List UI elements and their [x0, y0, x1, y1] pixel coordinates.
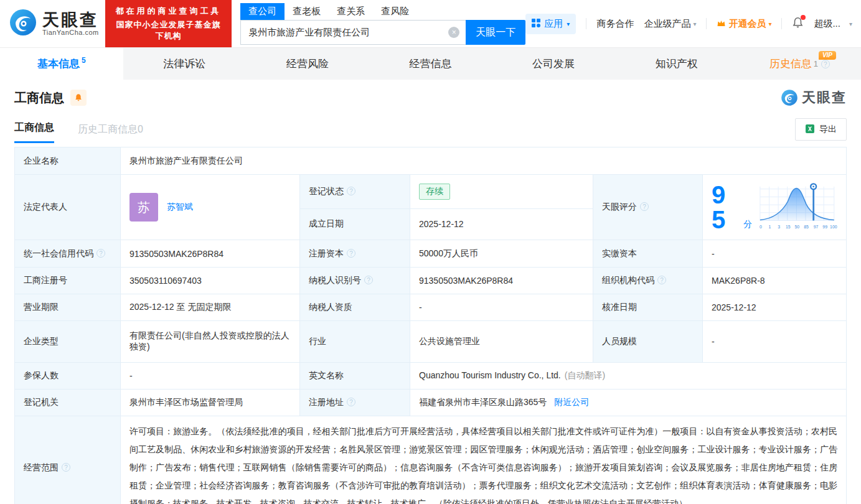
- table-row: 法定代表人 苏 苏智斌 登记状态? 存续 天眼评分?: [15, 175, 847, 209]
- registration-authority-label: 登记机关: [15, 390, 121, 416]
- establish-date-label: 成立日期: [300, 208, 410, 240]
- super-vip-label: 超级...: [814, 18, 840, 30]
- taxpayer-quality-label: 纳税人资质: [300, 294, 410, 321]
- tab-operating-risk[interactable]: 经营风险: [246, 48, 369, 80]
- notification-dot: [801, 15, 806, 20]
- banner-line1: 都在用的商业查询工具: [113, 6, 225, 17]
- staff-size-label: 人员规模: [593, 321, 703, 363]
- apps-menu[interactable]: 应用 ▾: [525, 14, 576, 34]
- org-code-label: 组织机构代码: [602, 275, 654, 285]
- business-cooperation-link[interactable]: 商务合作: [596, 18, 634, 30]
- super-vip-menu[interactable]: 超级... ▾: [814, 18, 852, 30]
- help-icon[interactable]: ?: [96, 249, 105, 258]
- help-icon[interactable]: ?: [347, 249, 355, 258]
- company-detail-tabs: 基本信息 5 法律诉讼 经营风险 经营信息 公司发展 知识产权 VIP 历史信息…: [0, 47, 861, 80]
- tab-basic-count: 5: [82, 56, 86, 65]
- subtab-business-info[interactable]: 工商信息: [14, 121, 54, 143]
- enterprise-products-menu[interactable]: 企业级产品 ▾: [644, 18, 696, 30]
- svg-text:97: 97: [814, 225, 819, 229]
- tab-basic-info[interactable]: 基本信息 5: [0, 48, 123, 80]
- help-icon[interactable]: ?: [364, 276, 373, 284]
- legal-rep-name-link[interactable]: 苏智斌: [167, 202, 193, 213]
- business-term-label: 营业期限: [15, 294, 121, 321]
- tab-legal-proceedings[interactable]: 法律诉讼: [123, 48, 247, 80]
- score-distribution-chart: 0 1 3 15 50 85 97 99 100: [757, 181, 837, 233]
- chevron-down-icon: ▾: [768, 21, 771, 27]
- logo-domain: TianYanCha.com: [42, 29, 99, 36]
- taxpayer-id-label: 纳税人识别号: [309, 275, 361, 285]
- business-scope-label-cell: 经营范围?: [15, 416, 121, 504]
- score-number: 95: [712, 182, 738, 232]
- legal-rep-avatar[interactable]: 苏: [129, 193, 158, 222]
- tab-company-development[interactable]: 公司发展: [492, 48, 615, 80]
- approval-date-value: 2025-12-12: [703, 294, 847, 321]
- top-header: 天眼查 TianYanCha.com 都在用的商业查询工具 国家中小企业发展子基…: [0, 0, 861, 47]
- score-value-cell: 95 分: [703, 175, 847, 240]
- svg-text:99: 99: [823, 225, 828, 229]
- paid-capital-value: -: [703, 240, 847, 268]
- help-icon[interactable]: ?: [347, 187, 355, 195]
- vip-badge: VIP: [819, 51, 836, 60]
- subtab-history-business-info[interactable]: 历史工商信息0: [78, 123, 143, 143]
- search-tab-risk[interactable]: 查风险: [373, 3, 417, 20]
- english-name-label: 英文名称: [300, 363, 410, 390]
- reg-capital-label: 注册资本: [309, 248, 344, 258]
- taxpayer-id-value: 91350503MAK26P8R84: [410, 268, 593, 294]
- tab-basic-label: 基本信息: [37, 57, 80, 71]
- registration-authority-value: 泉州市丰泽区市场监督管理局: [121, 390, 300, 416]
- help-icon[interactable]: ?: [347, 398, 355, 406]
- business-term-value: 2025-12-12 至 无固定期限: [121, 294, 300, 321]
- search-input[interactable]: [240, 20, 466, 45]
- tab-history-label: 历史信息: [769, 57, 812, 71]
- notifications-bell-icon[interactable]: [792, 17, 804, 30]
- vip-upgrade-menu[interactable]: 开通会员 ▾: [717, 18, 771, 30]
- help-icon[interactable]: ?: [821, 60, 830, 68]
- logo-text: 天眼查: [42, 11, 99, 29]
- search-button[interactable]: 天眼一下: [466, 20, 525, 45]
- tab-legal-label: 法律诉讼: [163, 57, 205, 71]
- tab-development-label: 公司发展: [532, 57, 575, 71]
- registered-address-label: 注册地址: [309, 397, 344, 407]
- chevron-down-icon: ▾: [849, 21, 852, 27]
- vip-label: 开通会员: [728, 18, 766, 30]
- score-label: 天眼评分: [602, 202, 637, 212]
- taxpayer-id-label-cell: 纳税人识别号?: [300, 268, 410, 294]
- tianyancha-logo[interactable]: 天眼查 TianYanCha.com: [9, 8, 99, 39]
- paid-capital-label: 实缴资本: [593, 240, 703, 268]
- export-button[interactable]: 导出: [795, 118, 847, 141]
- search-tabs: 查公司 查老板 查关系 查风险: [240, 2, 525, 20]
- tianyancha-eye-icon: [9, 8, 37, 39]
- tab-operating-info[interactable]: 经营信息: [369, 48, 492, 80]
- help-icon[interactable]: ?: [640, 202, 649, 211]
- tab-intellectual-property[interactable]: 知识产权: [615, 48, 738, 80]
- score-label-cell: 天眼评分?: [593, 175, 703, 240]
- registered-address-text: 福建省泉州市丰泽区泉山路365号: [419, 397, 547, 407]
- tab-risk-label: 经营风险: [286, 57, 329, 71]
- export-label: 导出: [819, 124, 837, 135]
- chevron-down-icon: ▾: [693, 21, 696, 27]
- monitor-bell-icon[interactable]: [70, 90, 87, 106]
- tab-operation-label: 经营信息: [410, 57, 452, 71]
- search-tab-relation[interactable]: 查关系: [329, 3, 373, 20]
- registered-address-value: 福建省泉州市丰泽区泉山路365号 附近公司: [410, 390, 847, 416]
- search-tab-company[interactable]: 查公司: [240, 3, 285, 20]
- reg-status-label: 登记状态: [309, 186, 344, 196]
- establish-date-value: 2025-12-12: [410, 208, 593, 240]
- divider: [586, 18, 586, 29]
- tianyancha-watermark: 天眼查: [781, 88, 847, 107]
- english-name-text: Quanzhou Tourism Industry Co., Ltd.: [419, 370, 561, 380]
- legal-rep-value: 苏 苏智斌: [121, 175, 300, 240]
- industry-label: 行业: [300, 321, 410, 363]
- search-tab-boss[interactable]: 查老板: [285, 3, 329, 20]
- help-icon[interactable]: ?: [62, 463, 70, 472]
- help-icon[interactable]: ?: [657, 276, 666, 284]
- reg-no-label: 工商注册号: [15, 268, 121, 294]
- chevron-down-icon: ▾: [567, 21, 570, 27]
- nearby-companies-link[interactable]: 附近公司: [554, 397, 589, 407]
- company-name-value: 泉州市旅游产业有限责任公司: [121, 147, 847, 175]
- reg-no-value: 350503110697403: [121, 268, 300, 294]
- org-code-label-cell: 组织机构代码?: [593, 268, 703, 294]
- business-info-table: 企业名称 泉州市旅游产业有限责任公司 法定代表人 苏 苏智斌 登记状态? 存续: [14, 147, 847, 504]
- search-box: 查公司 查老板 查关系 查风险 × 天眼一下: [240, 2, 525, 45]
- tab-history-info[interactable]: VIP 历史信息 1 ?: [738, 48, 861, 80]
